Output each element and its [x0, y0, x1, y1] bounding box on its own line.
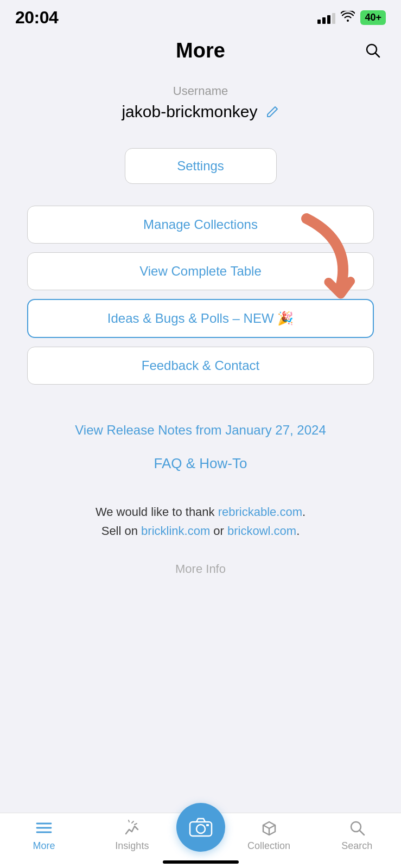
links-section: View Release Notes from January 27, 2024… — [0, 406, 401, 502]
settings-button[interactable]: Settings — [125, 148, 277, 184]
brickowl-link[interactable]: brickowl.com — [227, 524, 296, 538]
more-nav-icon — [35, 819, 53, 837]
username-row: jakob-brickmonkey — [16, 103, 385, 121]
edit-username-button[interactable] — [265, 105, 279, 119]
more-nav-label: More — [33, 840, 55, 852]
svg-line-10 — [359, 831, 364, 835]
camera-fab-button[interactable] — [176, 803, 225, 852]
search-nav-icon — [348, 819, 366, 837]
collection-nav-label: Collection — [247, 840, 290, 852]
svg-point-6 — [196, 825, 205, 833]
nav-item-more[interactable]: More — [0, 819, 88, 852]
search-nav-label: Search — [341, 840, 372, 852]
search-button[interactable] — [361, 39, 385, 62]
username-value: jakob-brickmonkey — [122, 103, 257, 121]
thankyou-line2: Sell on bricklink.com or brickowl.com. — [22, 521, 379, 540]
status-bar: 20:04 40+ — [0, 0, 401, 33]
svg-line-1 — [375, 53, 380, 58]
status-time: 20:04 — [15, 8, 58, 28]
bricklink-link[interactable]: bricklink.com — [141, 524, 210, 538]
nav-item-search[interactable]: Search — [313, 819, 401, 852]
page-title: More — [40, 39, 361, 62]
bottom-nav: More Insights Collection — [0, 813, 401, 868]
thankyou-section: We would like to thank rebrickable.com. … — [0, 502, 401, 551]
arrow-container: View Complete Table — [27, 252, 374, 290]
username-label: Username — [16, 84, 385, 98]
ideas-bugs-polls-button[interactable]: Ideas & Bugs & Polls – NEW 🎉 — [27, 299, 374, 338]
menu-section: Manage Collections View Complete Table I… — [0, 206, 401, 406]
thankyou-line1: We would like to thank rebrickable.com. — [22, 502, 379, 521]
header: More — [0, 33, 401, 73]
rebrickable-link[interactable]: rebrickable.com — [218, 505, 302, 519]
manage-collections-button[interactable]: Manage Collections — [27, 206, 374, 244]
insights-nav-icon — [123, 819, 141, 837]
signal-icon — [317, 12, 335, 24]
camera-icon — [189, 818, 213, 837]
nav-item-insights[interactable]: Insights — [88, 819, 176, 852]
profile-section: Username jakob-brickmonkey — [0, 73, 401, 137]
search-icon — [365, 42, 381, 59]
status-icons: 40+ — [317, 10, 386, 25]
settings-container: Settings — [0, 137, 401, 206]
wifi-icon — [341, 11, 355, 25]
more-info-label: More Info — [0, 551, 401, 587]
nav-item-collection[interactable]: Collection — [225, 819, 313, 852]
faq-link[interactable]: FAQ & How-To — [16, 455, 385, 472]
svg-rect-7 — [206, 824, 209, 826]
release-notes-link[interactable]: View Release Notes from January 27, 2024 — [16, 423, 385, 438]
home-indicator — [163, 860, 239, 864]
feedback-contact-button[interactable]: Feedback & Contact — [27, 347, 374, 385]
insights-nav-label: Insights — [115, 840, 149, 852]
battery-icon: 40+ — [360, 10, 386, 25]
collection-nav-icon — [260, 819, 278, 837]
view-complete-table-button[interactable]: View Complete Table — [27, 252, 374, 290]
